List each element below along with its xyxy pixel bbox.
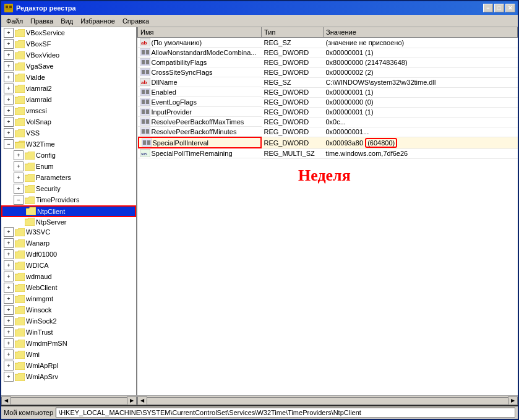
expander-config[interactable]: +: [14, 150, 24, 160]
tree-item-wmdmPmSN[interactable]: + WmdmPmSN: [1, 338, 136, 349]
tree-item-vboxservice[interactable]: + VBoxService: [1, 27, 136, 38]
tree-item-wdica[interactable]: + WDICA: [1, 260, 136, 271]
values-scroll-area[interactable]: Имя Тип Значение ab(По умолчанию)REG_SZ(…: [137, 27, 518, 395]
scroll-left-btn2[interactable]: ◀: [137, 396, 147, 405]
maximize-button[interactable]: □: [494, 4, 504, 12]
expander-viamraid[interactable]: +: [4, 95, 14, 105]
scroll-right-btn[interactable]: ▶: [127, 396, 137, 405]
tree-item-viamrai2[interactable]: + viamrai2: [1, 83, 136, 94]
tree-item-wdmaud[interactable]: + wdmaud: [1, 271, 136, 282]
expander-viaIde[interactable]: +: [4, 72, 14, 82]
tree-item-ntpclient[interactable]: NtpClient: [1, 205, 136, 217]
tree-item-viamraid[interactable]: + viamraid: [1, 94, 136, 105]
tree-item-config[interactable]: + Config: [1, 150, 136, 161]
tree-item-viaIde[interactable]: + ViaIde: [1, 72, 136, 83]
tree-item-security[interactable]: + Security: [1, 183, 136, 194]
table-row[interactable]: SpecialPollIntervalREG_DWORD0x00093a80 (…: [138, 137, 518, 148]
tree-item-vboxsf[interactable]: + VBoxSF: [1, 38, 136, 49]
expander-wmi[interactable]: +: [4, 349, 14, 359]
expander-vgasave[interactable]: +: [4, 61, 14, 71]
expander-winmgmt[interactable]: +: [4, 294, 14, 304]
tree-item-winsock2[interactable]: + WinSock2: [1, 315, 136, 327]
tree-item-winsock[interactable]: + Winsock: [1, 304, 136, 315]
expander-wdmaud[interactable]: +: [4, 272, 14, 281]
table-row[interactable]: ResolvePeerBackoffMinutesREG_DWORD0x0000…: [138, 127, 518, 137]
table-row[interactable]: EventLogFlagsREG_DWORD0x00000000 (0): [138, 97, 518, 107]
table-row[interactable]: abDllNameREG_SZC:\WINDOWS\system32\w32ti…: [138, 77, 518, 87]
table-row[interactable]: CrossSiteSyncFlagsREG_DWORD0x00000002 (2…: [138, 67, 518, 77]
expander-vboxvideo[interactable]: +: [4, 50, 14, 60]
values-horizontal-scroll[interactable]: ◀ ▶: [137, 396, 518, 405]
menu-help[interactable]: Справка: [119, 16, 153, 26]
table-row[interactable]: AllowNonstandardModeCombina...REG_DWORD0…: [138, 48, 518, 58]
table-row[interactable]: ab(По умолчанию)REG_SZ(значение не присв…: [138, 38, 518, 48]
tree-item-wintrust[interactable]: + WinTrust: [1, 327, 136, 338]
expander-vboxsf[interactable]: +: [4, 39, 14, 49]
tree-item-enum[interactable]: + Enum: [1, 161, 136, 172]
expander-winsock[interactable]: +: [4, 305, 14, 315]
tree-item-wmiapSrv[interactable]: + WmiApSrv: [1, 371, 136, 382]
table-row[interactable]: ResolvePeerBackoffMaxTimesREG_DWORD0x0c.…: [138, 117, 518, 127]
expander-parameters[interactable]: +: [14, 173, 24, 182]
scroll-left-btn[interactable]: ◀: [1, 396, 11, 405]
table-row[interactable]: EnabledREG_DWORD0x00000001 (1): [138, 87, 518, 97]
menu-file[interactable]: Файл: [2, 16, 27, 26]
tree-item-wmiapRpl[interactable]: + WmiApRpl: [1, 360, 136, 371]
menu-view[interactable]: Вид: [57, 16, 77, 26]
expander-wanarp[interactable]: +: [4, 238, 14, 248]
close-button[interactable]: ✕: [505, 4, 515, 12]
expander-viamrai2[interactable]: +: [4, 84, 14, 93]
tree-item-wmi[interactable]: + Wmi: [1, 349, 136, 360]
table-row[interactable]: CompatibilityFlagsREG_DWORD0x80000000 (2…: [138, 58, 518, 67]
expander-w32time[interactable]: −: [4, 139, 14, 149]
tree-item-winmgmt[interactable]: + winmgmt: [1, 293, 136, 304]
expander-timeproviders[interactable]: −: [14, 195, 24, 205]
tree-item-webclient[interactable]: + WebClient: [1, 282, 136, 293]
expander-wintrust[interactable]: +: [4, 327, 14, 337]
expander-wdica[interactable]: +: [4, 260, 14, 270]
cell-type: REG_DWORD: [262, 117, 324, 127]
tree-label-viamraid: viamraid: [26, 96, 52, 103]
tree-item-vgasave[interactable]: + VgaSave: [1, 61, 136, 72]
expander-security[interactable]: +: [14, 184, 24, 194]
expander-w3svc[interactable]: +: [4, 227, 14, 237]
tree-label-w32time: W32Time: [26, 140, 55, 148]
expander-vmscsi[interactable]: +: [4, 106, 14, 116]
tree-item-w32time[interactable]: − W32Time: [1, 139, 136, 150]
expander-webclient[interactable]: +: [4, 283, 14, 293]
tree-item-volsnap[interactable]: + VolSnap: [1, 116, 136, 127]
table-row[interactable]: MSSpecialPollTimeRemainingREG_MULTI_SZti…: [138, 148, 518, 158]
tree-scroll-area[interactable]: + VBoxService + VBoxSF + VBoxVideo +: [1, 27, 136, 395]
menu-edit[interactable]: Правка: [27, 16, 57, 26]
tree-item-vmscsi[interactable]: + vmscsi: [1, 105, 136, 116]
cell-value: 0x00000000 (0): [324, 97, 518, 107]
expander-vss[interactable]: +: [4, 128, 14, 138]
tree-item-vss[interactable]: + VSS: [1, 127, 136, 139]
tree-item-w3svc[interactable]: + W3SVC: [1, 226, 136, 238]
tree-item-wdf01000[interactable]: + Wdf01000: [1, 249, 136, 260]
tree-label-vmscsi: vmscsi: [26, 107, 47, 114]
tree-item-vboxvideo[interactable]: + VBoxVideo: [1, 49, 136, 61]
cell-value: 0x00000002 (2): [324, 67, 518, 77]
expander-wmiapSrv[interactable]: +: [4, 372, 14, 382]
expander-volsnap[interactable]: +: [4, 117, 14, 127]
expander-enum[interactable]: +: [14, 161, 24, 171]
table-row[interactable]: InputProviderREG_DWORD0x00000001 (1): [138, 107, 518, 117]
tree-item-wanarp[interactable]: + Wanarp: [1, 238, 136, 249]
expander-wdf01000[interactable]: +: [4, 249, 14, 259]
expander-vboxservice[interactable]: +: [4, 28, 14, 38]
tree-item-timeproviders[interactable]: − TimeProviders: [1, 194, 136, 205]
svg-rect-1: [6, 6, 8, 8]
tree-item-parameters[interactable]: + Parameters: [1, 172, 136, 183]
registry-table: Имя Тип Значение ab(По умолчанию)REG_SZ(…: [137, 27, 518, 159]
menu-favorites[interactable]: Избранное: [77, 16, 119, 26]
minimize-button[interactable]: −: [483, 4, 493, 12]
expander-wmdmPmSN[interactable]: +: [4, 338, 14, 348]
scroll-right-btn2[interactable]: ▶: [508, 396, 518, 405]
cell-type: REG_SZ: [262, 77, 324, 87]
folder-icon-ntpserver: [25, 218, 35, 226]
expander-wmiapRpl[interactable]: +: [4, 361, 14, 371]
expander-winsock2[interactable]: +: [4, 316, 14, 326]
tree-item-ntpserver[interactable]: NtpServer: [1, 217, 136, 226]
tree-horizontal-scroll[interactable]: ◀ ▶: [1, 396, 137, 405]
